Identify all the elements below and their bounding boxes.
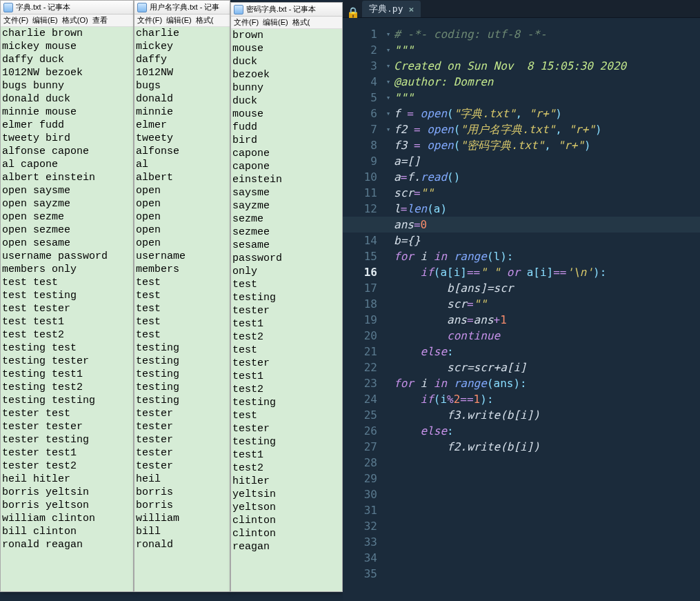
menu-view[interactable]: 查看	[92, 15, 108, 26]
menu-edit[interactable]: 编辑(E)	[263, 17, 288, 28]
menu-format[interactable]: 格式(	[196, 15, 214, 26]
menu-format[interactable]: 格式(O)	[62, 15, 88, 26]
text-content[interactable]: charlie brown mickey mouse daffy duck 10…	[1, 27, 133, 591]
notepad-window-1[interactable]: 字典.txt - 记事本 文件(F) 编辑(E) 格式(O) 查看 charli…	[0, 0, 134, 592]
menu-file[interactable]: 文件(F)	[137, 15, 162, 26]
text-content[interactable]: brown mouse duck bezoek bunny duck mouse…	[231, 29, 342, 591]
titlebar[interactable]: 密码字典.txt - 记事本	[231, 3, 342, 17]
line-gutter: 1234567891011121314151617181920212223242…	[343, 26, 383, 601]
menubar[interactable]: 文件(F) 编辑(E) 格式(O) 查看	[1, 14, 133, 27]
notepad-window-2[interactable]: 用户名字典.txt - 记事 文件(F) 编辑(E) 格式( charlie m…	[134, 0, 230, 592]
menubar[interactable]: 文件(F) 编辑(E) 格式(	[231, 17, 342, 29]
code-content[interactable]: # -*- coding: utf-8 -*-"""Created on Sun…	[394, 26, 700, 601]
code-editor[interactable]: 🔒 字典.py × 123456789101112131415161718192…	[343, 0, 700, 601]
editor-tab[interactable]: 字典.py ×	[362, 1, 421, 17]
menu-edit[interactable]: 编辑(E)	[166, 15, 192, 26]
tab-label: 字典.py	[369, 3, 403, 15]
menu-format[interactable]: 格式(	[292, 17, 310, 28]
fold-gutter[interactable]: ▾▾▾▾▾▾▾	[383, 26, 394, 601]
close-icon[interactable]: ×	[408, 4, 414, 14]
titlebar[interactable]: 用户名字典.txt - 记事	[134, 1, 230, 14]
lock-icon: 🔒	[348, 8, 358, 17]
editor-body[interactable]: 1234567891011121314151617181920212223242…	[343, 18, 700, 601]
titlebar[interactable]: 字典.txt - 记事本	[1, 1, 133, 14]
notepad-icon	[3, 3, 13, 12]
notepad-icon	[137, 3, 147, 12]
menu-edit[interactable]: 编辑(E)	[32, 15, 58, 26]
window-title: 字典.txt - 记事本	[16, 2, 70, 12]
menubar[interactable]: 文件(F) 编辑(E) 格式(	[134, 14, 230, 27]
notepad-icon	[234, 5, 243, 14]
menu-file[interactable]: 文件(F)	[234, 17, 259, 28]
window-title: 用户名字典.txt - 记事	[150, 2, 219, 12]
menu-file[interactable]: 文件(F)	[3, 15, 28, 26]
text-content[interactable]: charlie mickey daffy 1012NW bugs donald …	[134, 27, 230, 591]
editor-tabs[interactable]: 🔒 字典.py ×	[343, 0, 700, 18]
window-title: 密码字典.txt - 记事本	[246, 4, 316, 14]
notepad-window-3[interactable]: 密码字典.txt - 记事本 文件(F) 编辑(E) 格式( brown mou…	[230, 2, 343, 592]
